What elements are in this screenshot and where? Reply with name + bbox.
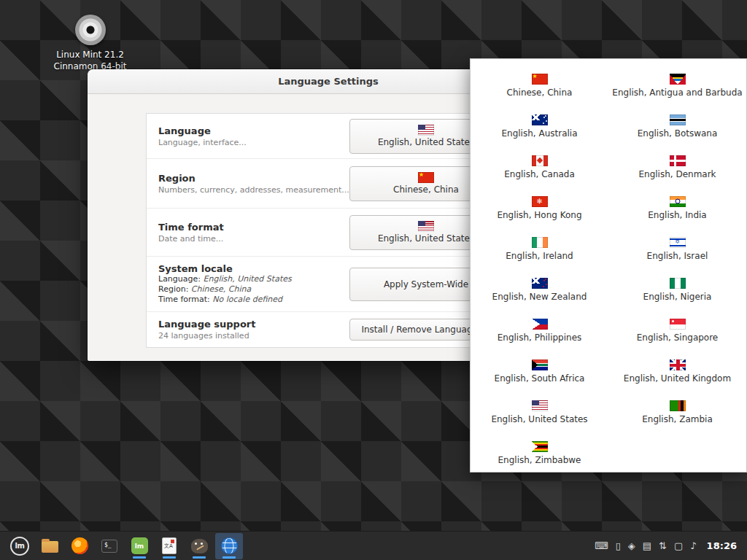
flag-icon-hk: [532, 196, 548, 207]
language-option-label: English, Singapore: [637, 332, 719, 343]
mint-logo-icon: lm: [10, 537, 29, 556]
files-icon: [42, 541, 58, 553]
language-option[interactable]: English, Hong Kong: [471, 187, 608, 228]
language-option[interactable]: English, Canada: [471, 147, 608, 187]
language-option-label: English, Ireland: [506, 251, 573, 261]
flag-icon-us: [418, 125, 434, 136]
menu-button[interactable]: lm: [6, 533, 34, 559]
mint-icon: [131, 537, 148, 554]
locale-value: Chinese, China: [191, 284, 251, 294]
flag-icon-au: [532, 114, 548, 125]
language-option[interactable]: English, Antigua and Barbuda: [608, 65, 746, 106]
taskbar-app-terminal[interactable]: [96, 533, 123, 559]
locale-value: English, United States: [204, 274, 292, 284]
button-label: English, United States: [378, 233, 474, 244]
terminal-icon: [101, 540, 117, 553]
language-option-label: English, Australia: [501, 128, 577, 139]
language-option-label: English, New Zealand: [492, 292, 587, 302]
language-option-label: English, Zambia: [642, 414, 713, 424]
language-option-label: English, India: [648, 210, 706, 220]
language-option[interactable]: English, Denmark: [608, 147, 746, 187]
mint-disc-icon: [75, 15, 106, 45]
flag-icon-us: [532, 400, 548, 411]
taskbar-app-language[interactable]: [215, 533, 243, 559]
language-option-label: English, Canada: [504, 169, 575, 179]
network-indicator-icon[interactable]: ⇅: [659, 541, 667, 551]
editor-icon: [162, 537, 177, 554]
language-option[interactable]: English, Zambia: [608, 392, 746, 432]
keyboard-indicator-icon[interactable]: ⌨: [595, 541, 608, 551]
window-title: Language Settings: [278, 76, 379, 87]
mint-logo-text: lm: [15, 542, 25, 550]
desktop-icon-linux-mint[interactable]: Linux Mint 21.2 Cinnamon 64-bit: [48, 15, 132, 72]
button-label: Chinese, China: [393, 184, 459, 195]
language-option[interactable]: English, United Kingdom: [608, 351, 746, 392]
language-option[interactable]: English, New Zealand: [471, 269, 608, 310]
desktop: Linux Mint 21.2 Cinnamon 64-bit Language…: [0, 0, 747, 560]
taskbar-tray-area: ⌨▯◈▤⇅▢♪ 18:26: [595, 540, 741, 551]
language-option[interactable]: English, Australia: [471, 106, 608, 147]
language-option-label: English, Antigua and Barbuda: [612, 88, 742, 98]
taskbar-app-gimp[interactable]: [185, 533, 213, 559]
language-option[interactable]: English, India: [608, 187, 746, 228]
taskbar-app-mint[interactable]: [125, 533, 153, 559]
active-window-indicator: [222, 556, 236, 559]
flag-icon-ca: [532, 155, 548, 166]
language-option[interactable]: English, Singapore: [608, 310, 746, 351]
flag-icon-ag: [670, 74, 686, 85]
language-icon: [221, 537, 238, 554]
language-option-label: English, Denmark: [638, 169, 716, 179]
flag-icon-dk: [670, 155, 686, 166]
language-option[interactable]: English, South Africa: [471, 351, 608, 392]
active-window-indicator: [193, 556, 206, 559]
language-option[interactable]: English, Israel: [608, 228, 746, 269]
flag-icon-za: [532, 359, 548, 370]
language-option-label: English, South Africa: [495, 373, 585, 384]
language-option[interactable]: English, United States: [471, 392, 608, 432]
flag-icon-zw: [532, 441, 548, 452]
shield-indicator-icon[interactable]: ◈: [628, 541, 635, 551]
flag-icon-cn: [532, 74, 548, 85]
firefox-icon: [71, 537, 88, 554]
flag-icon-sg: [670, 319, 686, 330]
active-window-indicator: [163, 556, 176, 559]
language-option[interactable]: English, Nigeria: [608, 269, 746, 310]
flag-icon-ng: [670, 278, 686, 289]
system-tray: ⌨▯◈▤⇅▢♪: [595, 541, 697, 551]
flag-icon-ie: [532, 237, 548, 248]
taskbar: lm ⌨▯◈▤⇅▢♪ 18:26: [0, 531, 747, 560]
desktop-icon-label-line1: Linux Mint 21.2: [56, 50, 124, 60]
flag-icon-in: [670, 196, 686, 207]
locale-key: Region:: [158, 284, 191, 294]
flag-icon-nz: [532, 278, 548, 289]
taskbar-apps: lm: [6, 532, 243, 560]
language-option-label: English, Philippines: [498, 332, 582, 343]
battery-indicator-icon[interactable]: ▯: [616, 541, 621, 551]
language-option[interactable]: English, Zimbabwe: [471, 432, 608, 473]
taskbar-app-files[interactable]: [36, 533, 63, 559]
taskbar-app-firefox[interactable]: [66, 533, 93, 559]
locale-key: Language:: [158, 274, 204, 284]
flag-icon-bw: [670, 114, 686, 125]
locale-value: No locale defined: [212, 295, 282, 304]
gimp-icon: [191, 539, 208, 553]
notes-indicator-icon[interactable]: ▤: [643, 541, 651, 551]
language-option-label: English, Hong Kong: [497, 210, 581, 220]
flag-icon-zm: [670, 400, 686, 411]
taskbar-app-editor[interactable]: [155, 533, 183, 559]
display-indicator-icon[interactable]: ▢: [674, 541, 683, 551]
language-option[interactable]: Chinese, China: [471, 65, 608, 106]
language-option-label: English, United Kingdom: [624, 373, 731, 384]
language-option-label: English, Nigeria: [643, 292, 712, 302]
flag-icon-il: [670, 237, 686, 248]
language-picker-popup: Chinese, ChinaEnglish, Antigua and Barbu…: [470, 58, 747, 472]
flag-icon-ph: [532, 319, 548, 330]
language-option[interactable]: English, Philippines: [471, 310, 608, 351]
button-label: English, United States: [378, 137, 474, 147]
language-option[interactable]: English, Ireland: [471, 228, 608, 269]
locale-key: Time format:: [158, 295, 212, 304]
language-option[interactable]: English, Botswana: [608, 106, 746, 147]
clock: 18:26: [707, 540, 737, 551]
language-option-label: Chinese, China: [507, 88, 573, 98]
volume-indicator-icon[interactable]: ♪: [690, 541, 696, 551]
